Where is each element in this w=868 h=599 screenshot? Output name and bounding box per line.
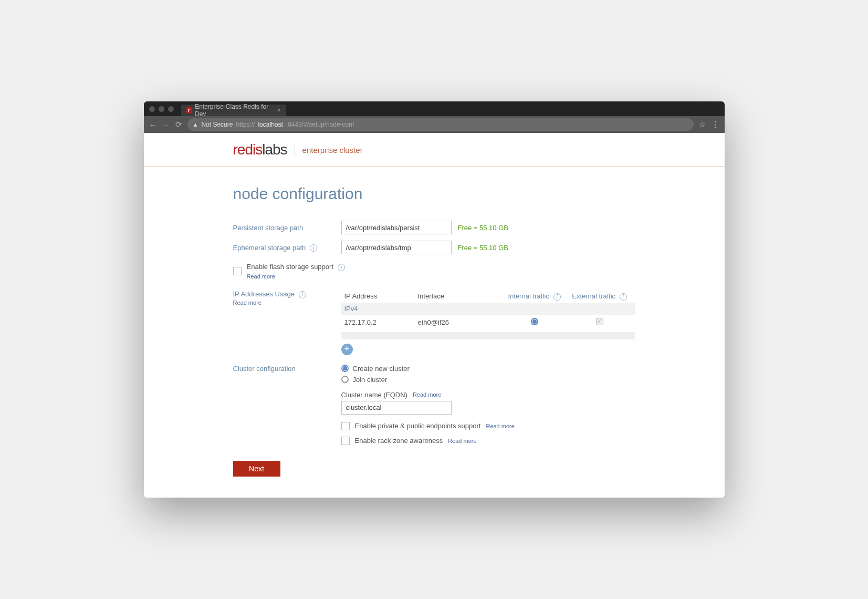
page-title: node configuration: [233, 185, 635, 203]
ip-group-ipv4: IPv4: [341, 303, 635, 315]
header-divider: [144, 167, 725, 167]
ip-section-label: IP Addresses Usage: [233, 290, 295, 298]
flash-readmore-link[interactable]: Read more: [247, 273, 275, 280]
info-icon[interactable]: i: [553, 293, 561, 301]
browser-window: r Enterprise-Class Redis for Dev × ← → ⟳…: [144, 101, 725, 498]
fqdn-label-row: Cluster name (FQDN) Read more: [341, 391, 635, 399]
logo: redislabs: [233, 141, 287, 158]
fqdn-readmore-link[interactable]: Read more: [413, 391, 441, 398]
flash-storage-row: Enable flash storage support i Read more: [233, 257, 635, 283]
window-controls: [149, 106, 174, 112]
tab-title: Enterprise-Class Redis for Dev: [195, 103, 271, 118]
join-cluster-option[interactable]: Join cluster: [341, 376, 635, 384]
ip-address-cell: 172.17.0.2: [344, 318, 418, 326]
info-icon[interactable]: i: [620, 293, 627, 301]
close-window-icon[interactable]: [149, 106, 155, 112]
next-button[interactable]: Next: [233, 461, 280, 477]
persistent-storage-input[interactable]: [341, 221, 452, 234]
page-content: redislabs enterprise cluster node config…: [144, 133, 725, 498]
logo-subtitle: enterprise cluster: [302, 146, 363, 154]
rackzone-row: Enable rack-zone awareness Read more: [341, 432, 635, 447]
url-protocol: https://: [236, 121, 255, 128]
browser-toolbar: ← → ⟳ ▲ Not Secure https://localhost:844…: [144, 116, 725, 133]
ip-interface-cell: eth0@if26: [418, 318, 502, 326]
internal-traffic-radio[interactable]: [531, 318, 538, 325]
ip-table: IP Address Interface Internal traffic i …: [341, 290, 635, 355]
logo-divider: [295, 143, 295, 157]
main-content: node configuration Persistent storage pa…: [144, 167, 725, 498]
minimize-window-icon[interactable]: [159, 106, 164, 112]
endpoints-checkbox[interactable]: [341, 422, 350, 430]
flash-storage-label: Enable flash storage support: [247, 263, 334, 271]
cluster-section-label: Cluster configuration: [233, 365, 336, 447]
col-ip-address: IP Address: [344, 292, 418, 301]
info-icon[interactable]: i: [310, 244, 317, 252]
endpoints-row: Enable private & public endpoints suppor…: [341, 415, 635, 432]
rackzone-label: Enable rack-zone awareness: [355, 437, 443, 445]
ephemeral-storage-label-text: Ephemeral storage path: [233, 244, 306, 252]
url-path: :8443/#/setup/node-conf: [286, 121, 354, 128]
brand-header: redislabs enterprise cluster: [144, 133, 725, 167]
address-bar[interactable]: ▲ Not Secure https://localhost:8443/#/se…: [187, 118, 694, 131]
rackzone-checkbox[interactable]: [341, 437, 350, 445]
endpoints-readmore-link[interactable]: Read more: [486, 423, 514, 429]
browser-tab[interactable]: r Enterprise-Class Redis for Dev ×: [181, 105, 286, 116]
ip-section: IP Addresses Usage i Read more IP Addres…: [233, 290, 635, 355]
logo-primary: redis: [233, 141, 263, 158]
rackzone-readmore-link[interactable]: Read more: [448, 438, 476, 444]
fqdn-label: Cluster name (FQDN): [341, 391, 407, 399]
ip-row: 172.17.0.2 eth0@if26: [341, 315, 635, 330]
reload-icon[interactable]: ⟳: [175, 120, 182, 129]
col-interface: Interface: [418, 292, 502, 301]
bookmark-icon[interactable]: ☆: [699, 120, 706, 129]
info-icon[interactable]: i: [338, 264, 345, 271]
maximize-window-icon[interactable]: [168, 106, 174, 112]
create-cluster-label: Create new cluster: [353, 365, 410, 373]
ip-table-header: IP Address Interface Internal traffic i …: [341, 290, 635, 303]
not-secure-icon: ▲: [193, 121, 198, 128]
create-cluster-option[interactable]: Create new cluster: [341, 365, 635, 373]
browser-menu-icon[interactable]: ⋮: [711, 120, 719, 130]
external-traffic-checkbox: [596, 318, 603, 325]
not-secure-label: Not Secure: [201, 121, 233, 128]
persistent-storage-row: Persistent storage path Free = 55.10 GB: [233, 218, 635, 237]
ephemeral-storage-row: Ephemeral storage path i Free = 55.10 GB: [233, 237, 635, 257]
endpoints-label: Enable private & public endpoints suppor…: [355, 422, 481, 430]
forward-icon[interactable]: →: [162, 120, 170, 129]
close-tab-icon[interactable]: ×: [277, 107, 280, 114]
cluster-section: Cluster configuration Create new cluster…: [233, 365, 635, 447]
ephemeral-storage-label: Ephemeral storage path i: [233, 244, 336, 252]
join-cluster-radio[interactable]: [341, 376, 349, 383]
back-icon[interactable]: ←: [149, 120, 157, 129]
titlebar: r Enterprise-Class Redis for Dev ×: [144, 101, 725, 116]
fqdn-input[interactable]: [341, 401, 452, 415]
favicon-icon: r: [186, 107, 192, 113]
ephemeral-storage-input[interactable]: [341, 241, 452, 254]
col-internal-traffic: Internal traffic i: [502, 292, 567, 301]
logo-secondary: labs: [262, 141, 287, 158]
persistent-storage-label: Persistent storage path: [233, 224, 336, 232]
ip-readmore-link[interactable]: Read more: [233, 300, 336, 306]
create-cluster-radio[interactable]: [341, 365, 349, 372]
persistent-free-label: Free = 55.10 GB: [458, 224, 508, 232]
url-host: localhost: [258, 121, 283, 128]
info-icon[interactable]: i: [299, 291, 306, 298]
ephemeral-free-label: Free = 55.10 GB: [458, 244, 508, 252]
flash-storage-checkbox[interactable]: [233, 267, 242, 275]
join-cluster-label: Join cluster: [353, 376, 388, 384]
add-ip-button[interactable]: +: [341, 344, 353, 355]
col-external-traffic: External traffic i: [567, 292, 632, 301]
ip-divider: [341, 332, 635, 339]
